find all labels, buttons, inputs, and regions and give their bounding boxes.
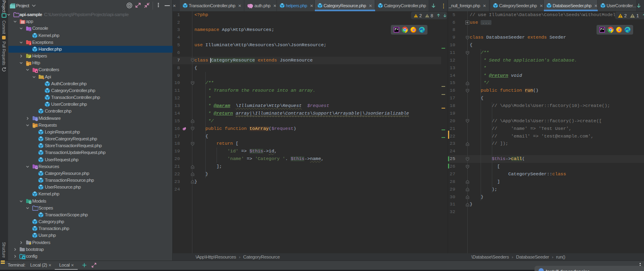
svg-text:>: > — [29, 29, 31, 31]
svg-text:!: ! — [30, 42, 31, 45]
